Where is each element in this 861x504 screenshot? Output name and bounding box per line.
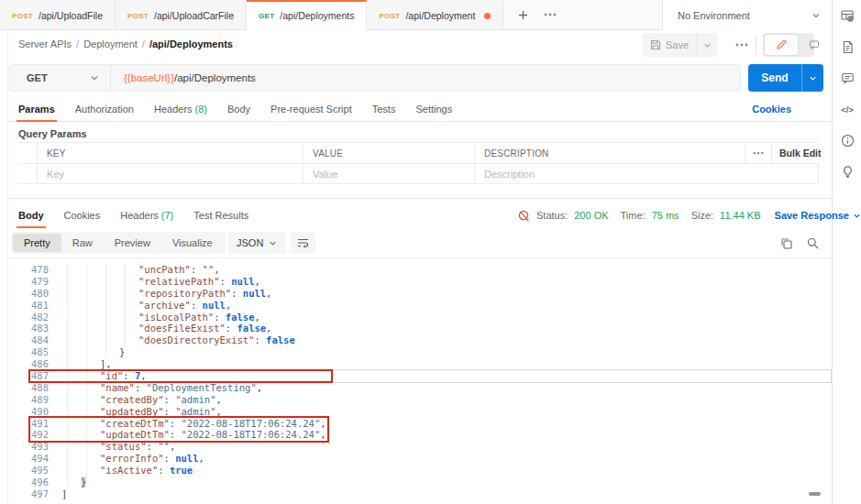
comment-mode-button[interactable] [798,35,831,55]
edit-mode-button[interactable] [765,35,798,55]
indent-guide [86,323,87,334]
line-number: 489 [8,394,49,406]
tab-options-icon[interactable] [540,5,560,25]
json-punct: , [254,312,259,323]
breadcrumb-request-name[interactable]: /api/Deployments [149,38,233,49]
copy-response-icon[interactable] [780,237,792,249]
status-value: 200 OK [574,210,608,221]
search-response-icon[interactable] [807,237,819,249]
method-select[interactable]: GET [10,65,111,91]
indent-guide [125,264,126,276]
breadcrumb-folder[interactable]: Deployment [83,38,138,49]
json-key: "repositoryPath" [138,288,231,299]
request-tab[interactable]: POST/api/UploadCarFile [116,0,247,29]
code-line: 478"uncPath": "", [8,264,833,276]
cookies-link[interactable]: Cookies [752,104,791,115]
indent-guide [105,323,106,334]
view-tab-raw[interactable]: Raw [61,234,104,252]
code-snippet-icon[interactable]: </> [837,99,857,119]
chevron-down-icon [853,212,861,220]
line-content: "relativePath": null, [61,276,260,287]
request-tab[interactable]: POST/api/Deployment [367,0,503,29]
request-subtabs: ParamsAuthorizationHeaders(8)BodyPre-req… [7,104,452,115]
json-punct: , [140,370,146,381]
json-punct: , [215,394,221,405]
request-header-row: Server APIs/Deployment//api/Deployments … [7,30,832,60]
line-content: "uncPath": "", [61,264,220,275]
new-tab-button[interactable] [513,5,533,25]
breadcrumb-collection[interactable]: Server APIs [18,38,72,49]
chevron-down-icon [811,11,821,20]
param-key-input[interactable] [47,169,290,180]
indent-guide [105,300,106,312]
send-button[interactable]: Send [748,64,801,92]
documentation-icon[interactable] [837,37,857,57]
request-tab[interactable]: GET/api/Deployments [247,0,367,30]
tab-body[interactable]: Body [227,104,250,115]
wrap-text-button[interactable] [290,232,315,254]
comments-icon[interactable] [837,68,857,88]
tab-settings[interactable]: Settings [415,104,452,115]
save-options-chevron[interactable] [697,33,717,57]
lightbulb-icon[interactable] [837,161,857,181]
params-more-options-button[interactable] [745,143,771,163]
response-tab-cookies[interactable]: Cookies [64,210,101,222]
line-content: } [61,346,125,357]
param-description-input[interactable] [484,169,801,180]
size-value: 11.44 KB [720,210,760,221]
indent-guide [86,429,87,441]
view-tab-visualize[interactable]: Visualize [161,234,224,252]
indent-guide [125,312,126,323]
tab-tests[interactable]: Tests [372,104,396,115]
tab-params[interactable]: Params [18,104,55,115]
response-tab-body[interactable]: Body [18,210,44,222]
indent-guide [67,406,68,418]
json-key: "isLocalPath" [138,312,214,323]
code-line: 494"errorInfo": null, [8,453,833,465]
json-literal: true [170,465,193,476]
save-response-button[interactable]: Save Response [775,210,861,221]
json-key: "name" [100,382,135,393]
url-shell: GET {{baseUrl}}/api/Deployments [9,64,741,92]
view-tab-pretty[interactable]: Pretty [13,234,61,252]
line-content: "updateDtTm": "2022-08-18T17:06:24.24", [61,429,326,440]
environment-selector[interactable]: No Environment [662,0,832,30]
response-tab-test-results[interactable]: Test Results [193,210,248,222]
indent-guide [105,276,106,288]
response-body-viewer[interactable]: 478"uncPath": "",479"relativePath": null… [7,261,833,500]
code-line: 487"id": 7, [8,370,833,382]
tab-pre-request-script[interactable]: Pre-request Script [270,104,352,115]
line-content: "doesDirectoryExist": false [61,334,295,345]
code-line: 490"updatedBy": "admin", [8,406,833,418]
format-selector[interactable]: JSON [227,232,286,254]
info-icon[interactable] [837,130,857,150]
send-options-chevron[interactable] [801,64,823,92]
url-variable: {{baseUrl}} [124,72,174,83]
json-punct: : [254,334,266,345]
response-tab-headers[interactable]: Headers(7) [120,210,173,222]
request-more-options-icon[interactable] [732,35,752,55]
json-punct: , [226,300,231,311]
json-key: "createDtTm" [100,418,170,429]
status-label: Status: [536,210,568,221]
json-literal: null [203,300,226,311]
scrollbar-thumb[interactable] [809,492,821,496]
response-view-row: PrettyRawPreviewVisualize JSON [7,231,832,255]
param-value-input[interactable] [313,169,466,180]
json-literal: false [226,312,255,323]
request-tab[interactable]: POST/api/UploadFile [0,0,116,29]
save-button-group: Save [642,33,717,57]
bulk-edit-button[interactable]: Bulk Edit [779,148,822,159]
environment-quick-look-icon[interactable] [837,5,857,26]
tab-authorization[interactable]: Authorization [75,104,134,115]
indent-guide [67,453,68,465]
line-number: 491 [8,418,49,430]
ssl-warning-icon[interactable] [518,210,530,222]
indent-guide [86,418,87,430]
json-literal: false [237,323,266,334]
tab-headers[interactable]: Headers(8) [154,104,207,115]
save-button[interactable]: Save [642,33,697,57]
view-tab-preview[interactable]: Preview [104,234,161,252]
url-input[interactable]: {{baseUrl}}/api/Deployments [111,72,256,83]
url-path: /api/Deployments [174,72,256,83]
